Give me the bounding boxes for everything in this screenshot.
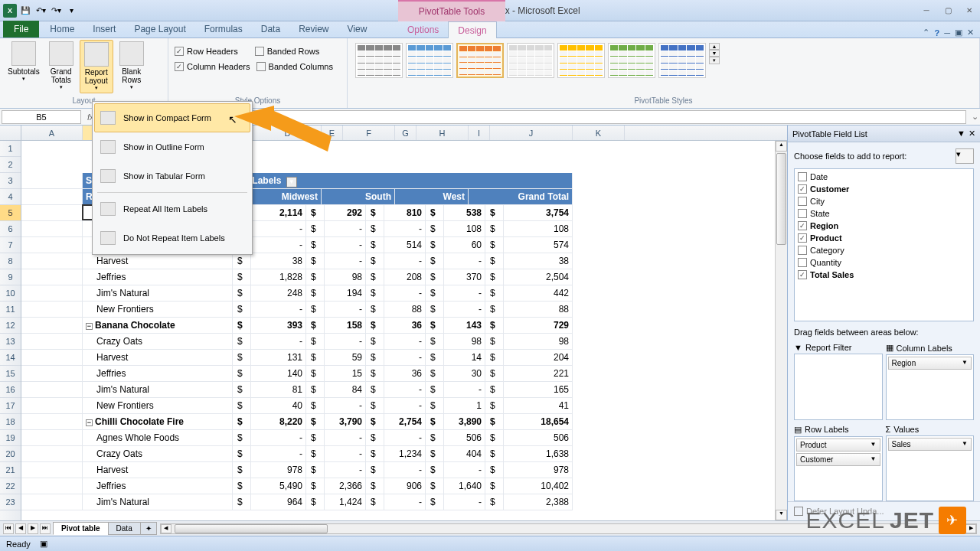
style-thumb-3[interactable] bbox=[507, 43, 554, 78]
row-header-1[interactable]: 1 bbox=[0, 141, 21, 157]
pivot-row-23[interactable]: Jim's Natural$964$1,424$-$-$2,388 bbox=[21, 494, 573, 510]
sheet-tab-data[interactable]: Data bbox=[108, 522, 141, 535]
help-icon[interactable]: ? bbox=[934, 28, 939, 37]
pivot-row-13[interactable]: Crazy Oats$-$-$-$98$98 bbox=[21, 334, 573, 350]
style-thumb-5[interactable] bbox=[608, 43, 655, 78]
pivot-style-gallery[interactable]: ▲▼▾ bbox=[352, 40, 723, 81]
tab-home[interactable]: Home bbox=[41, 21, 83, 37]
col-header-E[interactable]: E bbox=[322, 126, 343, 140]
col-header-J[interactable]: J bbox=[490, 126, 573, 140]
sheet-nav-next[interactable]: ▶ bbox=[28, 523, 38, 534]
tab-design[interactable]: Design bbox=[448, 21, 496, 39]
values-area[interactable]: Sales▼ bbox=[886, 435, 975, 502]
sheet-tab-pivot[interactable]: Pivot table bbox=[53, 522, 109, 535]
doc-restore-icon[interactable]: ▣ bbox=[955, 28, 962, 37]
qat-customize-icon[interactable]: ▾ bbox=[64, 4, 78, 18]
row-header-20[interactable]: 20 bbox=[0, 446, 21, 462]
excel-icon[interactable]: X bbox=[3, 4, 17, 18]
style-thumb-4[interactable] bbox=[557, 43, 605, 78]
field-city[interactable]: City bbox=[796, 195, 972, 207]
tab-page-layout[interactable]: Page Layout bbox=[125, 21, 194, 37]
row-header-10[interactable]: 10 bbox=[0, 285, 21, 302]
tab-insert[interactable]: Insert bbox=[83, 21, 125, 37]
tab-formulas[interactable]: Formulas bbox=[195, 21, 252, 37]
pivot-row-12[interactable]: −Banana Chocolate$393$158$36$143$729 bbox=[21, 318, 573, 334]
pivot-row-9[interactable]: Jeffries$1,828$98$208$370$2,504 bbox=[21, 269, 573, 285]
row-header-7[interactable]: 7 bbox=[0, 237, 21, 253]
menu-no-repeat-labels[interactable]: Do Not Repeat Item Labels bbox=[94, 223, 250, 253]
row-header-18[interactable]: 18 bbox=[0, 414, 21, 430]
pivot-row-20[interactable]: Crazy Oats$-$-$1,234$404$1,638 bbox=[21, 446, 573, 462]
style-thumb-2[interactable] bbox=[456, 43, 504, 78]
col-header-I[interactable]: I bbox=[469, 126, 490, 140]
area-item-product[interactable]: Product▼ bbox=[796, 439, 880, 452]
row-header-14[interactable]: 14 bbox=[0, 350, 21, 366]
pivot-row-14[interactable]: Harvest$131$59$-$14$204 bbox=[21, 350, 573, 366]
macro-record-icon[interactable]: ▣ bbox=[40, 539, 47, 549]
blank-rows-button[interactable]: Blank Rows▾ bbox=[115, 40, 149, 92]
area-item-region[interactable]: Region▼ bbox=[888, 357, 972, 370]
pivot-row-21[interactable]: Harvest$978$-$-$-$978 bbox=[21, 462, 573, 478]
pivot-row-15[interactable]: Jeffries$140$15$36$30$221 bbox=[21, 366, 573, 382]
banded-columns-checkbox[interactable]: Banded Columns bbox=[255, 60, 335, 73]
tab-options[interactable]: Options bbox=[398, 21, 448, 39]
field-list-dropdown-icon[interactable]: ▼ bbox=[957, 129, 965, 139]
grand-totals-button[interactable]: Grand Totals▾ bbox=[44, 40, 78, 92]
row-header-15[interactable]: 15 bbox=[0, 366, 21, 382]
row-header-6[interactable]: 6 bbox=[0, 221, 21, 237]
field-category[interactable]: Category bbox=[796, 244, 972, 256]
field-state[interactable]: State bbox=[796, 207, 972, 220]
area-item-sales[interactable]: Sales▼ bbox=[888, 438, 972, 451]
field-list-layout-button[interactable]: ▾ bbox=[956, 148, 974, 164]
fields-checklist[interactable]: Date✓CustomerCityState✓Region✓ProductCat… bbox=[794, 168, 974, 321]
column-labels-area[interactable]: Region▼ bbox=[886, 354, 975, 420]
row-header-9[interactable]: 9 bbox=[0, 269, 21, 285]
area-item-customer[interactable]: Customer▼ bbox=[796, 453, 880, 466]
row-header-3[interactable]: 3 bbox=[0, 173, 21, 189]
row-labels-area[interactable]: Product▼ Customer▼ bbox=[794, 436, 883, 502]
sheet-nav-first[interactable]: ⏮ bbox=[3, 523, 14, 534]
col-header-G[interactable]: G bbox=[395, 126, 416, 140]
ribbon-minimize-icon[interactable]: ⌃ bbox=[923, 28, 929, 37]
field-product[interactable]: ✓Product bbox=[796, 232, 972, 244]
new-sheet-button[interactable]: ✦ bbox=[140, 522, 157, 535]
report-filter-area[interactable] bbox=[794, 354, 883, 420]
undo-icon[interactable]: ↶▾ bbox=[34, 4, 47, 18]
style-thumb-1[interactable] bbox=[406, 43, 453, 78]
field-region[interactable]: ✓Region bbox=[796, 220, 972, 232]
pivot-row-22[interactable]: Jeffries$5,490$2,366$906$1,640$10,402 bbox=[21, 478, 573, 494]
pivot-row-18[interactable]: −Chilli Chocolate Fire$8,220$3,790$2,754… bbox=[21, 414, 573, 430]
formula-expand-icon[interactable]: ⌄ bbox=[969, 112, 980, 122]
subtotals-button[interactable]: Subtotals▾ bbox=[5, 40, 43, 83]
pivot-row-11[interactable]: New Frontiers$-$-$88$-$88 bbox=[21, 302, 573, 318]
col-header-F[interactable]: F bbox=[343, 126, 395, 140]
field-customer[interactable]: ✓Customer bbox=[796, 183, 972, 195]
field-list-close-icon[interactable]: ✕ bbox=[969, 129, 975, 139]
minimize-button[interactable]: ─ bbox=[919, 5, 934, 16]
maximize-button[interactable]: ▢ bbox=[940, 5, 956, 16]
pivot-row-17[interactable]: New Frontiers$40$-$-$1$41 bbox=[21, 398, 573, 414]
tab-review[interactable]: Review bbox=[289, 21, 338, 37]
row-header-19[interactable]: 19 bbox=[0, 430, 21, 446]
row-header-21[interactable]: 21 bbox=[0, 462, 21, 478]
menu-repeat-labels[interactable]: Repeat All Item Labels bbox=[94, 194, 250, 223]
gallery-up[interactable]: ▲ bbox=[709, 43, 720, 50]
field-total-sales[interactable]: ✓Total Sales bbox=[796, 269, 972, 281]
row-header-13[interactable]: 13 bbox=[0, 334, 21, 350]
style-thumb-0[interactable] bbox=[355, 43, 403, 78]
redo-icon[interactable]: ↷▾ bbox=[49, 4, 63, 18]
row-header-8[interactable]: 8 bbox=[0, 253, 21, 269]
pivot-row-19[interactable]: Agnes Whole Foods$-$-$-$506$506 bbox=[21, 430, 573, 446]
save-icon[interactable]: 💾 bbox=[18, 4, 32, 18]
defer-checkbox[interactable] bbox=[794, 507, 803, 516]
col-header-H[interactable]: H bbox=[416, 126, 469, 140]
row-header-16[interactable]: 16 bbox=[0, 382, 21, 398]
gallery-down[interactable]: ▼ bbox=[709, 50, 720, 57]
pivot-row-10[interactable]: Jim's Natural$248$194$-$-$442 bbox=[21, 285, 573, 302]
row-header-17[interactable]: 17 bbox=[0, 398, 21, 414]
col-header-K[interactable]: K bbox=[573, 126, 625, 140]
gallery-more[interactable]: ▾ bbox=[709, 57, 720, 64]
style-thumb-6[interactable] bbox=[658, 43, 706, 78]
col-header-D[interactable]: D bbox=[254, 126, 322, 140]
pivot-row-16[interactable]: Jim's Natural$81$84$-$-$165 bbox=[21, 382, 573, 398]
